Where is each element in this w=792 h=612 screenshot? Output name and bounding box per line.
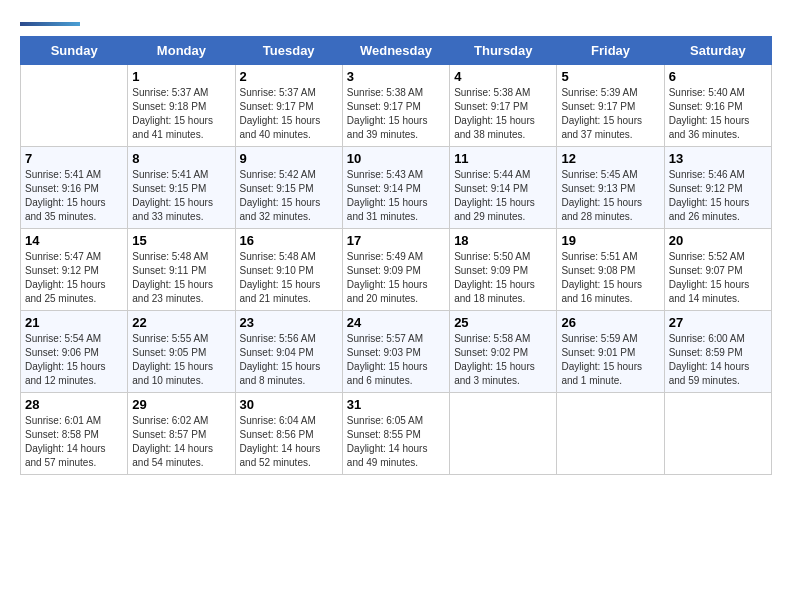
day-number: 13 (669, 151, 767, 166)
day-number: 6 (669, 69, 767, 84)
day-number: 30 (240, 397, 338, 412)
calendar-day-cell: 3Sunrise: 5:38 AMSunset: 9:17 PMDaylight… (342, 65, 449, 147)
calendar-day-cell: 30Sunrise: 6:04 AMSunset: 8:56 PMDayligh… (235, 393, 342, 475)
day-info: Sunrise: 5:37 AMSunset: 9:17 PMDaylight:… (240, 86, 338, 142)
header (20, 20, 772, 26)
logo (20, 20, 80, 26)
weekday-header-cell: Wednesday (342, 37, 449, 65)
calendar-day-cell: 21Sunrise: 5:54 AMSunset: 9:06 PMDayligh… (21, 311, 128, 393)
day-info: Sunrise: 5:44 AMSunset: 9:14 PMDaylight:… (454, 168, 552, 224)
calendar-day-cell: 31Sunrise: 6:05 AMSunset: 8:55 PMDayligh… (342, 393, 449, 475)
weekday-header-cell: Saturday (664, 37, 771, 65)
day-number: 21 (25, 315, 123, 330)
day-info: Sunrise: 5:51 AMSunset: 9:08 PMDaylight:… (561, 250, 659, 306)
logo-bar (20, 22, 80, 26)
calendar-day-cell: 23Sunrise: 5:56 AMSunset: 9:04 PMDayligh… (235, 311, 342, 393)
day-info: Sunrise: 5:38 AMSunset: 9:17 PMDaylight:… (454, 86, 552, 142)
day-info: Sunrise: 5:43 AMSunset: 9:14 PMDaylight:… (347, 168, 445, 224)
day-number: 12 (561, 151, 659, 166)
day-number: 19 (561, 233, 659, 248)
day-number: 18 (454, 233, 552, 248)
day-info: Sunrise: 5:58 AMSunset: 9:02 PMDaylight:… (454, 332, 552, 388)
calendar-day-cell: 4Sunrise: 5:38 AMSunset: 9:17 PMDaylight… (450, 65, 557, 147)
day-number: 28 (25, 397, 123, 412)
day-info: Sunrise: 5:45 AMSunset: 9:13 PMDaylight:… (561, 168, 659, 224)
calendar-day-cell (450, 393, 557, 475)
calendar-day-cell: 10Sunrise: 5:43 AMSunset: 9:14 PMDayligh… (342, 147, 449, 229)
calendar-day-cell: 15Sunrise: 5:48 AMSunset: 9:11 PMDayligh… (128, 229, 235, 311)
weekday-header-cell: Thursday (450, 37, 557, 65)
day-number: 3 (347, 69, 445, 84)
calendar-day-cell: 6Sunrise: 5:40 AMSunset: 9:16 PMDaylight… (664, 65, 771, 147)
day-number: 31 (347, 397, 445, 412)
day-info: Sunrise: 5:39 AMSunset: 9:17 PMDaylight:… (561, 86, 659, 142)
day-info: Sunrise: 5:54 AMSunset: 9:06 PMDaylight:… (25, 332, 123, 388)
calendar-table: SundayMondayTuesdayWednesdayThursdayFrid… (20, 36, 772, 475)
day-number: 24 (347, 315, 445, 330)
day-info: Sunrise: 5:46 AMSunset: 9:12 PMDaylight:… (669, 168, 767, 224)
day-info: Sunrise: 5:52 AMSunset: 9:07 PMDaylight:… (669, 250, 767, 306)
calendar-week-row: 7Sunrise: 5:41 AMSunset: 9:16 PMDaylight… (21, 147, 772, 229)
day-info: Sunrise: 5:48 AMSunset: 9:10 PMDaylight:… (240, 250, 338, 306)
day-info: Sunrise: 5:57 AMSunset: 9:03 PMDaylight:… (347, 332, 445, 388)
weekday-header-cell: Monday (128, 37, 235, 65)
day-number: 22 (132, 315, 230, 330)
calendar-week-row: 28Sunrise: 6:01 AMSunset: 8:58 PMDayligh… (21, 393, 772, 475)
calendar-week-row: 1Sunrise: 5:37 AMSunset: 9:18 PMDaylight… (21, 65, 772, 147)
day-number: 2 (240, 69, 338, 84)
day-number: 29 (132, 397, 230, 412)
calendar-day-cell: 19Sunrise: 5:51 AMSunset: 9:08 PMDayligh… (557, 229, 664, 311)
day-number: 16 (240, 233, 338, 248)
calendar-week-row: 14Sunrise: 5:47 AMSunset: 9:12 PMDayligh… (21, 229, 772, 311)
weekday-header-cell: Tuesday (235, 37, 342, 65)
day-number: 27 (669, 315, 767, 330)
day-number: 5 (561, 69, 659, 84)
day-info: Sunrise: 5:37 AMSunset: 9:18 PMDaylight:… (132, 86, 230, 142)
weekday-header-cell: Sunday (21, 37, 128, 65)
day-number: 25 (454, 315, 552, 330)
day-number: 20 (669, 233, 767, 248)
calendar-day-cell: 5Sunrise: 5:39 AMSunset: 9:17 PMDaylight… (557, 65, 664, 147)
day-info: Sunrise: 5:41 AMSunset: 9:15 PMDaylight:… (132, 168, 230, 224)
weekday-header-row: SundayMondayTuesdayWednesdayThursdayFrid… (21, 37, 772, 65)
calendar-day-cell: 14Sunrise: 5:47 AMSunset: 9:12 PMDayligh… (21, 229, 128, 311)
calendar-day-cell: 1Sunrise: 5:37 AMSunset: 9:18 PMDaylight… (128, 65, 235, 147)
day-info: Sunrise: 5:48 AMSunset: 9:11 PMDaylight:… (132, 250, 230, 306)
calendar-day-cell: 16Sunrise: 5:48 AMSunset: 9:10 PMDayligh… (235, 229, 342, 311)
calendar-week-row: 21Sunrise: 5:54 AMSunset: 9:06 PMDayligh… (21, 311, 772, 393)
day-number: 9 (240, 151, 338, 166)
day-number: 10 (347, 151, 445, 166)
day-info: Sunrise: 6:01 AMSunset: 8:58 PMDaylight:… (25, 414, 123, 470)
calendar-day-cell: 2Sunrise: 5:37 AMSunset: 9:17 PMDaylight… (235, 65, 342, 147)
calendar-day-cell (557, 393, 664, 475)
day-info: Sunrise: 6:00 AMSunset: 8:59 PMDaylight:… (669, 332, 767, 388)
calendar-day-cell: 18Sunrise: 5:50 AMSunset: 9:09 PMDayligh… (450, 229, 557, 311)
calendar-day-cell: 27Sunrise: 6:00 AMSunset: 8:59 PMDayligh… (664, 311, 771, 393)
calendar-day-cell (664, 393, 771, 475)
calendar-day-cell: 8Sunrise: 5:41 AMSunset: 9:15 PMDaylight… (128, 147, 235, 229)
calendar-day-cell: 25Sunrise: 5:58 AMSunset: 9:02 PMDayligh… (450, 311, 557, 393)
day-info: Sunrise: 5:56 AMSunset: 9:04 PMDaylight:… (240, 332, 338, 388)
calendar-day-cell: 22Sunrise: 5:55 AMSunset: 9:05 PMDayligh… (128, 311, 235, 393)
day-info: Sunrise: 5:40 AMSunset: 9:16 PMDaylight:… (669, 86, 767, 142)
day-info: Sunrise: 5:59 AMSunset: 9:01 PMDaylight:… (561, 332, 659, 388)
day-number: 14 (25, 233, 123, 248)
calendar-day-cell: 24Sunrise: 5:57 AMSunset: 9:03 PMDayligh… (342, 311, 449, 393)
day-info: Sunrise: 5:49 AMSunset: 9:09 PMDaylight:… (347, 250, 445, 306)
day-info: Sunrise: 6:04 AMSunset: 8:56 PMDaylight:… (240, 414, 338, 470)
day-number: 17 (347, 233, 445, 248)
day-number: 26 (561, 315, 659, 330)
day-info: Sunrise: 5:41 AMSunset: 9:16 PMDaylight:… (25, 168, 123, 224)
day-info: Sunrise: 5:38 AMSunset: 9:17 PMDaylight:… (347, 86, 445, 142)
calendar-day-cell: 29Sunrise: 6:02 AMSunset: 8:57 PMDayligh… (128, 393, 235, 475)
calendar-body: 1Sunrise: 5:37 AMSunset: 9:18 PMDaylight… (21, 65, 772, 475)
day-info: Sunrise: 5:42 AMSunset: 9:15 PMDaylight:… (240, 168, 338, 224)
calendar-day-cell: 9Sunrise: 5:42 AMSunset: 9:15 PMDaylight… (235, 147, 342, 229)
calendar-day-cell: 20Sunrise: 5:52 AMSunset: 9:07 PMDayligh… (664, 229, 771, 311)
calendar-day-cell: 7Sunrise: 5:41 AMSunset: 9:16 PMDaylight… (21, 147, 128, 229)
day-number: 1 (132, 69, 230, 84)
calendar-day-cell: 17Sunrise: 5:49 AMSunset: 9:09 PMDayligh… (342, 229, 449, 311)
day-number: 11 (454, 151, 552, 166)
day-info: Sunrise: 5:47 AMSunset: 9:12 PMDaylight:… (25, 250, 123, 306)
calendar-day-cell: 11Sunrise: 5:44 AMSunset: 9:14 PMDayligh… (450, 147, 557, 229)
